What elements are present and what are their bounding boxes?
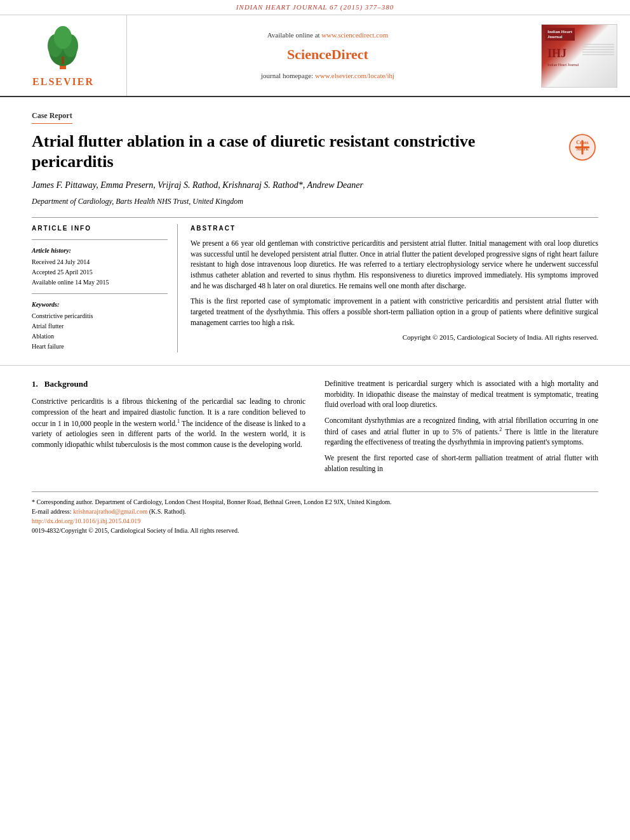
received-date: Received 24 July 2014: [32, 258, 168, 267]
main-right-column: Definitive treatment is pericardial surg…: [325, 378, 598, 479]
right-col-body: Definitive treatment is pericardial surg…: [325, 378, 598, 474]
abstract-label: ABSTRACT: [191, 224, 598, 233]
sciencedirect-logo: ScienceDirect: [287, 45, 368, 65]
available-date: Available online 14 May 2015: [32, 278, 168, 287]
doi-footnote: http://dx.doi.org/10.1016/j.ihj.2015.04.…: [32, 516, 598, 526]
article-affiliation: Department of Cardiology, Barts Health N…: [32, 196, 598, 207]
keywords-divider: [32, 293, 168, 294]
info-divider: [32, 239, 168, 240]
page-header: ELSEVIER Available online at www.science…: [0, 15, 630, 97]
journal-homepage: journal homepage: www.elsevier.com/locat…: [261, 71, 394, 81]
cover-subtitle: Indian Heart Journal: [547, 62, 579, 67]
abstract-text: We present a 66 year old gentleman with …: [191, 238, 598, 328]
section-1-number: 1.: [32, 378, 38, 390]
email-suffix: (K.S. Rathod).: [149, 508, 186, 515]
issn-footnote: 0019-4832/Copyright © 2015, Cardiologica…: [32, 526, 598, 535]
keyword-3: Ablation: [32, 332, 168, 341]
article-title: Atrial flutter ablation in a case of diu…: [32, 131, 566, 173]
background-paragraph-1: Constrictive pericarditis is a fibrous t…: [32, 396, 305, 450]
corresponding-text: Department of Cardiology, London Chest H…: [95, 498, 391, 505]
right-paragraph-3: We present the first reported case of sh…: [325, 453, 598, 474]
right-paragraph-2: Concomitant dysrhythmias are a recognize…: [325, 415, 598, 448]
elsevier-logo: ELSEVIER: [32, 22, 94, 89]
cover-title: Indian HeartJournal: [545, 28, 575, 41]
article-authors: James F. Pittaway, Emma Presern, Vrijraj…: [32, 179, 598, 192]
article-info-label: ARTICLE INFO: [32, 224, 168, 233]
keyword-2: Atrial flutter: [32, 322, 168, 331]
case-report-label: Case Report: [32, 110, 72, 124]
article-title-area: Atrial flutter ablation in a case of diu…: [32, 131, 598, 173]
corresponding-label: * Corresponding author.: [32, 498, 93, 505]
sciencedirect-url[interactable]: www.sciencedirect.com: [321, 31, 388, 39]
main-content: 1. Background Constrictive pericarditis …: [0, 365, 630, 491]
svg-rect-5: [62, 57, 64, 64]
keywords-label: Keywords:: [32, 300, 168, 309]
footnote-area: * Corresponding author. Department of Ca…: [32, 491, 598, 540]
right-paragraph-1: Definitive treatment is pericardial surg…: [325, 378, 598, 410]
main-left-column: 1. Background Constrictive pericarditis …: [32, 378, 305, 479]
email-label: E-mail address:: [32, 508, 71, 515]
elsevier-tree-icon: [37, 22, 88, 72]
keyword-1: Constrictive pericarditis: [32, 312, 168, 321]
divider: [32, 217, 598, 218]
crossmark-icon: Cross Mark: [566, 131, 598, 163]
accepted-date: Accepted 25 April 2015: [32, 268, 168, 277]
journal-cover-area: Indian HeartJournal IHJ Indian Heart Jou…: [528, 15, 630, 95]
journal-homepage-url[interactable]: www.elsevier.com/locate/ihj: [315, 72, 394, 79]
svg-point-4: [54, 26, 72, 49]
section-1-heading: 1. Background: [32, 378, 305, 390]
cover-decorative-lines: [582, 44, 614, 57]
section-1-body: Constrictive pericarditis is a fibrous t…: [32, 396, 305, 450]
doi-link[interactable]: http://dx.doi.org/10.1016/j.ihj.2015.04.…: [32, 517, 140, 524]
keyword-4: Heart failure: [32, 342, 168, 351]
publisher-logo-area: ELSEVIER: [0, 15, 127, 95]
journal-name: INDIAN HEART JOURNAL 67 (2015) 377–380: [236, 3, 394, 11]
journal-info-area: Available online at www.sciencedirect.co…: [127, 15, 528, 95]
abstract-copyright: Copyright © 2015, Cardiological Society …: [191, 333, 598, 342]
main-two-column: 1. Background Constrictive pericarditis …: [32, 378, 598, 479]
page-content: Case Report Atrial flutter ablation in a…: [0, 97, 630, 365]
journal-cover: Indian HeartJournal IHJ Indian Heart Jou…: [541, 24, 617, 88]
email-footnote: E-mail address: krishnarajrathod@gmail.c…: [32, 507, 598, 516]
email-link[interactable]: krishnarajrathod@gmail.com: [73, 508, 147, 515]
available-online-text: Available online at www.sciencedirect.co…: [267, 30, 389, 40]
section-1-title: Background: [44, 378, 88, 390]
article-info-column: ARTICLE INFO Article history: Received 2…: [32, 224, 178, 352]
journal-topbar: INDIAN HEART JOURNAL 67 (2015) 377–380: [0, 0, 630, 15]
abstract-column: ABSTRACT We present a 66 year old gentle…: [191, 224, 598, 352]
elsevier-text: ELSEVIER: [32, 75, 94, 89]
corresponding-footnote: * Corresponding author. Department of Ca…: [32, 497, 598, 507]
abstract-paragraph-1: We present a 66 year old gentleman with …: [191, 238, 598, 291]
article-history-label: Article history:: [32, 246, 168, 255]
cover-ihj: IHJ: [547, 46, 566, 62]
article-info-abstract: ARTICLE INFO Article history: Received 2…: [32, 224, 598, 352]
abstract-paragraph-2: This is the first reported case of sympt…: [191, 296, 598, 328]
